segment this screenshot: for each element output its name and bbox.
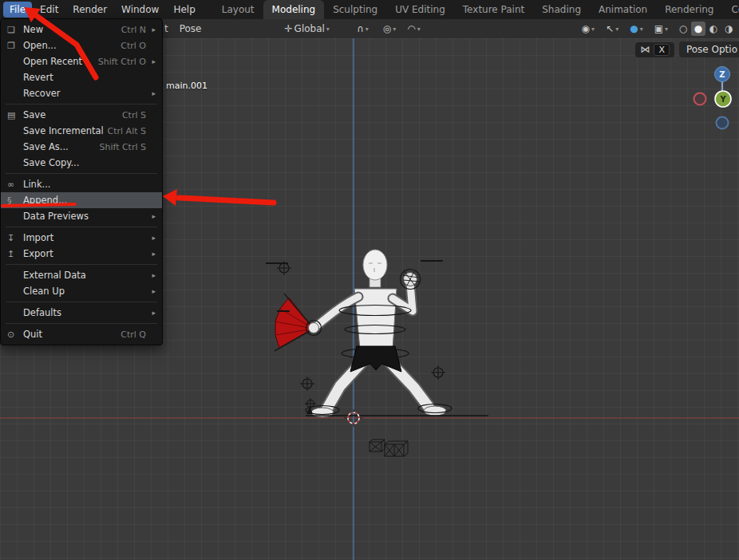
file-menu-item[interactable]: Revert [1, 69, 162, 85]
menubar-menu-button[interactable]: Render [66, 2, 113, 18]
workspace-tab[interactable]: Sculpting [324, 0, 386, 19]
transform-orientation-dropdown[interactable]: ✛ Global [282, 22, 333, 36]
submenu-arrow-icon [148, 250, 156, 258]
file-menu-item[interactable]: Clean Up [1, 283, 162, 299]
toolbar-icon: ● [630, 24, 638, 34]
mirror-butterfly-icon: ⋈ [640, 45, 650, 54]
menu-item-shortcut: Ctrl Q [121, 329, 146, 340]
submenu-arrow-icon [148, 271, 156, 279]
proportional-edit-icon: ◎ [383, 24, 391, 34]
file-menu-item[interactable]: ▤ Save Ctrl S [1, 107, 162, 123]
chevron-down-icon [591, 26, 595, 33]
menu-item-shortcut: Ctrl O [121, 41, 146, 51]
show-overlays-dropdown[interactable]: ● [626, 22, 646, 35]
menu-item-label: Open Recent [23, 56, 98, 67]
shading-sphere-icon: ◐ [709, 23, 717, 34]
append-paperclip-icon: § [7, 195, 23, 206]
workspace-tab[interactable]: Layout [213, 0, 263, 19]
select-menu-label-partial[interactable]: t [164, 23, 168, 34]
workspace-tab[interactable]: Modeling [263, 0, 325, 19]
menu-item-label: Quit [23, 329, 121, 340]
menu-item-label: New [23, 24, 121, 35]
shading-sphere-icon: ○ [679, 23, 687, 34]
submenu-arrow-icon [148, 234, 156, 242]
toolbar-icon: ◉ [582, 24, 590, 34]
file-menu-item[interactable]: Data Previews [1, 208, 162, 224]
toolbar-icon: ↖ [606, 24, 614, 34]
menu-item-label: Save As... [23, 141, 99, 152]
link-chain-icon: ∞ [7, 179, 23, 190]
file-menu-item[interactable]: ⊙ Quit Ctrl Q [1, 326, 162, 342]
menubar-menu-button[interactable]: File [3, 2, 32, 18]
file-menu-item[interactable]: ↥ Export [1, 246, 162, 262]
toolbar-icon: ▣ [654, 24, 663, 34]
object-visibility-dropdown[interactable]: ◉ [579, 22, 599, 35]
new-file-icon: ❏ [7, 25, 23, 35]
shading-solid-button[interactable]: ● [691, 22, 705, 36]
shading-rendered-button[interactable]: ◑ [721, 22, 736, 36]
file-menu-item[interactable]: ↧ Import [1, 230, 162, 246]
menu-item-shortcut: Ctrl N [121, 25, 146, 35]
menubar-menu-button[interactable]: Help [167, 2, 201, 18]
workspace-tab[interactable]: Rendering [656, 0, 722, 19]
menu-item-label: Open... [23, 40, 121, 51]
pose-menu[interactable]: Pose [173, 22, 208, 36]
file-menu-dropdown: ❏ New Ctrl N ❐ Open... Ctrl O Open Recen… [0, 18, 163, 345]
proportional-edit-toggle[interactable]: ◎ [380, 22, 400, 35]
workspace-tab[interactable]: Shading [533, 0, 590, 19]
workspace-tab[interactable]: Texture Paint [454, 0, 533, 19]
header-right-controls: ◉ ↖ ● ▣ [579, 22, 739, 36]
workspace-tab[interactable]: Animation [590, 0, 656, 19]
workspace-tabs: Layout Modeling Sculpting UV Editing Tex… [213, 0, 739, 19]
file-menu-item[interactable]: Save Incremental Ctrl Alt S [1, 123, 162, 139]
xray-toggle-dropdown[interactable]: ▣ [651, 22, 671, 35]
shading-sphere-icon: ◑ [725, 23, 733, 34]
workspace-tab[interactable]: Compositing [722, 0, 739, 19]
shading-wireframe-button[interactable]: ○ [676, 22, 690, 36]
file-menu-item[interactable]: ❏ New Ctrl N [1, 22, 162, 37]
pose-options-dropdown[interactable]: Pose Optio [679, 41, 739, 57]
file-menu-item[interactable]: § Append... [1, 192, 162, 208]
menu-item-label: Append... [23, 195, 146, 206]
falloff-curve-icon: ◠ [407, 24, 415, 34]
chevron-down-icon [640, 26, 643, 33]
file-menu-item[interactable]: Save As... Shift Ctrl S [1, 139, 162, 155]
mirror-x-label: X [654, 44, 670, 56]
menu-item-shortcut: Ctrl S [122, 110, 146, 120]
file-menu-item[interactable]: ❐ Open... Ctrl O [1, 37, 162, 53]
chevron-down-icon [366, 26, 369, 33]
shading-material-button[interactable]: ◐ [706, 22, 721, 36]
menu-item-shortcut: Shift Ctrl S [99, 142, 146, 152]
menu-item-label: Revert [23, 72, 146, 83]
menu-item-label: Defaults [23, 307, 146, 318]
menu-item-shortcut: Ctrl Alt S [108, 126, 146, 136]
chevron-down-icon [417, 26, 421, 33]
show-gizmos-dropdown[interactable]: ↖ [603, 22, 622, 35]
file-menu-item[interactable]: Save Copy... [1, 155, 162, 171]
menu-item-label: Clean Up [23, 286, 146, 297]
menubar-menu-button[interactable]: Window [115, 2, 165, 18]
menubar-menu-button[interactable]: Edit [34, 2, 65, 18]
menu-item-label: Data Previews [23, 211, 146, 222]
snap-toggle[interactable]: ∩ [354, 22, 372, 35]
pose-options-strip: ⋈ X Pose Optio [635, 41, 739, 57]
file-menu-item[interactable]: ∞ Link... [1, 176, 162, 192]
submenu-arrow-icon [148, 89, 156, 97]
file-menu-item[interactable]: Defaults [1, 305, 162, 321]
file-menu-item[interactable]: External Data [1, 267, 162, 283]
chevron-down-icon [665, 26, 668, 33]
menu-item-label: External Data [23, 270, 146, 281]
export-icon: ↥ [7, 249, 23, 259]
menu-item-label: Export [23, 248, 146, 259]
save-icon: ▤ [7, 110, 23, 120]
proportional-falloff-dropdown[interactable]: ◠ [404, 22, 424, 35]
file-menu-item[interactable]: Open Recent Shift Ctrl O [1, 53, 162, 69]
viewport-shading-modes: ○ ● ◐ ◑ [676, 22, 736, 36]
pose-mirror-x-toggle[interactable]: ⋈ X [635, 42, 674, 57]
submenu-arrow-icon [148, 26, 156, 34]
file-menu-item[interactable]: Recover [1, 85, 162, 101]
workspace-tab[interactable]: UV Editing [386, 0, 454, 19]
top-menubar: File Edit Render Window Help Layout Mode… [0, 0, 739, 19]
menu-item-label: Import [23, 232, 146, 243]
menu-item-label: Recover [23, 88, 146, 99]
